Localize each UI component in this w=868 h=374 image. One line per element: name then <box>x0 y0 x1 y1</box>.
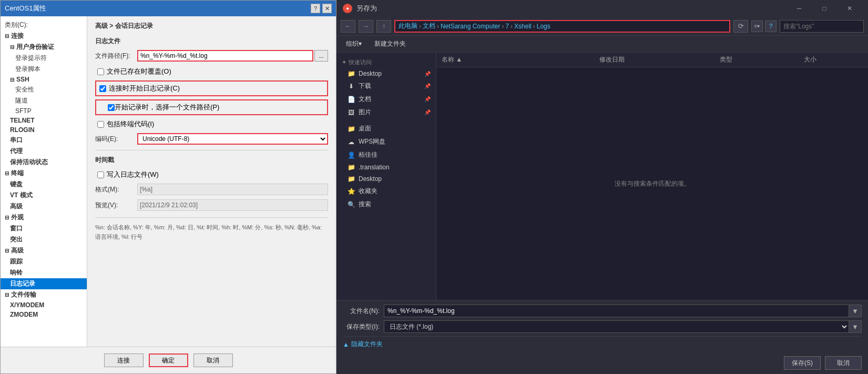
sort-icon[interactable]: ≡▾ <box>751 21 763 32</box>
nav-desktop1-label: Desktop <box>359 70 382 77</box>
filetype-select[interactable]: 日志文件 (*.log) <box>384 320 849 333</box>
tree-keyboard[interactable]: 键盘 <box>1 179 87 190</box>
tree-xymodem[interactable]: X/YMODEM <box>1 300 87 310</box>
tree-auth[interactable]: ⊟用户身份验证 <box>1 42 87 53</box>
left-titlebar: CentOS1属性 ? ✕ <box>1 1 336 16</box>
hidden-folder-toggle[interactable]: ▲ 隐藏文件夹 <box>343 340 383 349</box>
tree-highlight[interactable]: 突出 <box>1 234 87 245</box>
breadcrumb-logs[interactable]: Logs <box>537 23 550 30</box>
nav-user[interactable]: 👤 栢佳佳 <box>336 148 436 161</box>
tree-sftp[interactable]: SFTP <box>1 106 87 116</box>
filename-dropdown[interactable]: ▼ <box>849 305 862 317</box>
connect-button[interactable]: 连接 <box>104 353 144 367</box>
tree-rlogin[interactable]: RLOGIN <box>1 125 87 135</box>
hint-content: %n: 会话名称, %Y: 年, %m: 月, %d: 日, %t: 时间, %… <box>95 224 322 240</box>
browse-button[interactable]: ... <box>314 50 328 62</box>
nav-wps[interactable]: ☁ WPS网盘 <box>336 135 436 148</box>
tree-tunnel[interactable]: 隧道 <box>1 95 87 106</box>
nav-translation[interactable]: 📁 .translation <box>336 161 436 173</box>
ok-button[interactable]: 确定 <box>149 353 188 367</box>
tree-telnet[interactable]: TELNET <box>1 116 87 125</box>
organize-button[interactable]: 组织▾ <box>342 37 366 50</box>
right-cancel-button[interactable]: 取消 <box>825 356 862 370</box>
refresh-button[interactable]: ⟳ <box>733 20 748 33</box>
col-size-header[interactable]: 大小 <box>799 55 868 64</box>
write-ts-row: 写入日志文件(W) <box>95 169 328 180</box>
breadcrumb-docs[interactable]: 文档 <box>423 22 435 31</box>
maximize-button[interactable]: □ <box>812 0 836 17</box>
tree-proxy[interactable]: 代理 <box>1 146 87 157</box>
tree-keepalive[interactable]: 保持活动状态 <box>1 157 87 168</box>
nav-favorites-label: 收藏夹 <box>359 187 377 196</box>
tree-advanced[interactable]: ⊟高级 <box>1 245 87 256</box>
search-nav-icon: 🔍 <box>347 201 355 208</box>
tree-appearance[interactable]: ⊟外观 <box>1 212 87 223</box>
help-button[interactable]: ? <box>311 4 320 13</box>
col-type-header[interactable]: 类型 <box>714 55 799 64</box>
start-log-checkbox[interactable] <box>99 85 106 92</box>
select-path-label: 开始记录时，选择一个文件路径(P) <box>115 103 219 112</box>
col-name-header[interactable]: 名称 ▲ <box>436 55 594 64</box>
left-title: CentOS1属性 <box>5 4 46 13</box>
breadcrumb-bar[interactable]: 此电脑 › 文档 › NetSarang Computer › 7 › Xshe… <box>394 20 730 33</box>
nav-favorites[interactable]: ⭐ 收藏夹 <box>336 185 436 198</box>
select-path-checkbox[interactable] <box>108 104 115 111</box>
hidden-folder-label: 隐藏文件夹 <box>351 340 383 349</box>
nav-pictures[interactable]: 🖼 图片 📌 <box>336 106 436 119</box>
nav-desktop3[interactable]: 📁 Desktop <box>336 173 436 185</box>
filename-row: 文件名(N): ▼ <box>343 305 862 317</box>
path-input[interactable] <box>137 50 313 62</box>
breadcrumb-xshell[interactable]: Xshell <box>514 23 532 30</box>
encoding-select[interactable]: Unicode (UTF-8) <box>137 133 328 145</box>
breadcrumb-pc[interactable]: 此电脑 <box>399 22 417 31</box>
format-row: 格式(M): <box>95 184 328 195</box>
up-button[interactable]: ↑ <box>376 20 391 33</box>
nav-desktop2[interactable]: 📁 桌面 <box>336 122 436 135</box>
format-input[interactable] <box>137 184 328 195</box>
include-esc-checkbox[interactable] <box>97 121 104 128</box>
back-button[interactable]: ← <box>341 20 355 33</box>
quick-access-header[interactable]: ✦ 快速访问 <box>336 57 436 68</box>
start-log-label: 连接时开始日志记录(C) <box>109 84 180 93</box>
tree-login-prompt[interactable]: 登录提示符 <box>1 53 87 64</box>
tree-serial[interactable]: 串口 <box>1 135 87 146</box>
tree-security[interactable]: 安全性 <box>1 84 87 95</box>
tree-vt-mode[interactable]: VT 模式 <box>1 190 87 201</box>
nav-search[interactable]: 🔍 搜索 <box>336 198 436 211</box>
minimize-button[interactable]: ─ <box>787 0 811 17</box>
tree-ssh[interactable]: ⊟SSH <box>1 75 87 84</box>
nav-desktop2-label: 桌面 <box>359 124 371 133</box>
tree-session-log[interactable]: 日志记录 <box>1 278 87 289</box>
filename-label: 文件名(N): <box>343 307 380 316</box>
tree-bell[interactable]: 响铃 <box>1 267 87 278</box>
tree-file-transfer[interactable]: ⊟文件传输 <box>1 289 87 300</box>
tree-login-script[interactable]: 登录脚本 <box>1 64 87 75</box>
nav-desktop1[interactable]: 📁 Desktop 📌 <box>336 68 436 79</box>
timestamp-section-title: 时间戳 <box>95 156 328 165</box>
tree-zmodem[interactable]: ZMODEM <box>1 310 87 319</box>
filetype-dropdown[interactable]: ▼ <box>849 320 862 333</box>
search-input[interactable] <box>780 20 864 33</box>
col-date-header[interactable]: 修改日期 <box>594 55 715 64</box>
new-folder-button[interactable]: 新建文件夹 <box>370 37 410 50</box>
save-button[interactable]: 保存(S) <box>784 356 821 370</box>
tree-terminal[interactable]: ⊟终端 <box>1 168 87 179</box>
nav-download[interactable]: ⬇ 下载 📌 <box>336 79 436 93</box>
cancel-button[interactable]: 取消 <box>193 353 233 367</box>
filename-input[interactable] <box>384 305 849 317</box>
tree-window[interactable]: 窗口 <box>1 223 87 234</box>
write-ts-checkbox[interactable] <box>97 171 104 178</box>
right-close-button[interactable]: ✕ <box>838 0 862 17</box>
tree-advanced-terminal[interactable]: 高级 <box>1 201 87 212</box>
help-icon[interactable]: ? <box>765 21 777 32</box>
breadcrumb-7[interactable]: 7 <box>505 23 509 30</box>
nav-docs[interactable]: 📄 文档 📌 <box>336 93 436 106</box>
breadcrumb: 高级 > 会话日志记录 <box>95 22 328 31</box>
close-button[interactable]: ✕ <box>322 4 332 13</box>
tree-connection[interactable]: ⊟连接 <box>1 31 87 42</box>
forward-button[interactable]: → <box>359 20 373 33</box>
overwrite-checkbox[interactable] <box>97 68 104 75</box>
breadcrumb-netsarang[interactable]: NetSarang Computer <box>441 23 500 30</box>
wps-icon: ☁ <box>347 138 355 146</box>
tree-tracking[interactable]: 跟踪 <box>1 256 87 267</box>
